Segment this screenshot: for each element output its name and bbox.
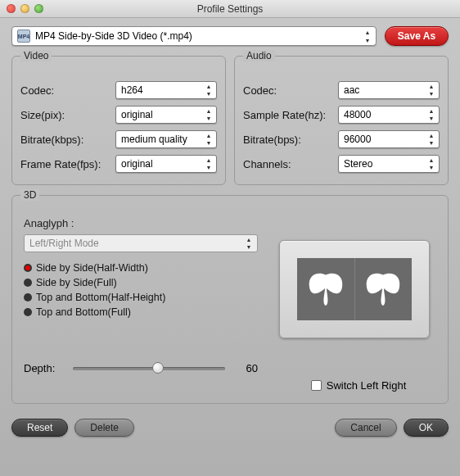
radio-icon bbox=[24, 308, 32, 316]
depth-label: Depth: bbox=[24, 362, 65, 374]
reset-button[interactable]: Reset bbox=[11, 419, 68, 437]
anaglyph-label: Anaglyph : bbox=[24, 217, 258, 229]
stepper-icon[interactable] bbox=[202, 156, 215, 171]
stepper-icon[interactable] bbox=[202, 83, 215, 97]
video-bitrate-label: Bitrate(kbps): bbox=[20, 134, 115, 146]
traffic-lights bbox=[7, 4, 43, 13]
ok-button[interactable]: OK bbox=[404, 419, 449, 437]
minimize-icon[interactable] bbox=[20, 4, 29, 13]
stepper-icon[interactable] bbox=[242, 236, 255, 251]
stepper-icon[interactable] bbox=[425, 107, 438, 122]
radio-sbs-full[interactable]: Side by Side(Full) bbox=[24, 275, 258, 290]
audio-channels-select[interactable]: Stereo bbox=[338, 155, 440, 173]
profile-select-label: MP4 Side-by-Side 3D Video (*.mp4) bbox=[35, 30, 192, 42]
3d-mode-radios: Side by Side(Half-Width) Side by Side(Fu… bbox=[24, 261, 258, 320]
profile-select[interactable]: MP4 MP4 Side-by-Side 3D Video (*.mp4) bbox=[11, 26, 377, 46]
video-size-select[interactable]: original bbox=[115, 106, 217, 124]
butterfly-preview-icon bbox=[297, 258, 412, 320]
audio-group: Audio Codec: aac Sample Rate(hz): 48000 … bbox=[234, 56, 449, 185]
radio-icon bbox=[24, 264, 32, 272]
radio-tab-half[interactable]: Top and Bottom(Half-Height) bbox=[24, 290, 258, 305]
titlebar: Profile Settings bbox=[0, 0, 460, 18]
audio-samplerate-label: Sample Rate(hz): bbox=[243, 109, 338, 121]
video-framerate-select[interactable]: original bbox=[115, 155, 217, 173]
cancel-button[interactable]: Cancel bbox=[335, 419, 396, 437]
radio-sbs-half[interactable]: Side by Side(Half-Width) bbox=[24, 261, 258, 275]
video-codec-label: Codec: bbox=[20, 84, 115, 97]
anaglyph-mode-select[interactable]: Left/Right Mode bbox=[24, 234, 258, 252]
switch-lr-checkbox[interactable] bbox=[311, 380, 322, 391]
slider-track bbox=[73, 367, 225, 370]
3d-group-title: 3D bbox=[20, 189, 39, 201]
depth-value: 60 bbox=[233, 362, 258, 374]
butterfly-icon bbox=[305, 269, 346, 310]
stepper-icon[interactable] bbox=[425, 156, 438, 171]
stepper-icon[interactable] bbox=[425, 132, 438, 147]
video-bitrate-select[interactable]: medium quality bbox=[115, 130, 217, 148]
audio-bitrate-select[interactable]: 96000 bbox=[338, 130, 440, 148]
audio-codec-label: Codec: bbox=[243, 84, 338, 97]
depth-slider[interactable] bbox=[73, 360, 225, 375]
butterfly-icon bbox=[363, 269, 404, 310]
video-codec-select[interactable]: h264 bbox=[115, 81, 217, 99]
audio-bitrate-label: Bitrate(bps): bbox=[243, 134, 338, 146]
mp4-file-icon: MP4 bbox=[17, 29, 30, 43]
save-as-button[interactable]: Save As bbox=[385, 26, 449, 46]
stepper-icon[interactable] bbox=[202, 132, 215, 147]
stepper-icon[interactable] bbox=[361, 28, 374, 44]
radio-icon bbox=[24, 279, 32, 287]
close-icon[interactable] bbox=[7, 4, 16, 13]
stepper-icon[interactable] bbox=[425, 83, 438, 97]
radio-tab-full[interactable]: Top and Bottom(Full) bbox=[24, 305, 258, 320]
audio-samplerate-select[interactable]: 48000 bbox=[338, 106, 440, 124]
3d-group: 3D Anaglyph : Left/Right Mode Side by Si… bbox=[11, 195, 449, 404]
3d-preview bbox=[279, 240, 430, 338]
switch-lr-label: Switch Left Right bbox=[327, 379, 407, 392]
window-title: Profile Settings bbox=[0, 3, 460, 15]
video-group-title: Video bbox=[20, 50, 52, 61]
video-framerate-label: Frame Rate(fps): bbox=[20, 158, 115, 170]
zoom-icon[interactable] bbox=[34, 4, 43, 13]
radio-icon bbox=[24, 293, 32, 301]
audio-codec-select[interactable]: aac bbox=[338, 81, 440, 99]
slider-thumb[interactable] bbox=[152, 362, 164, 374]
video-group: Video Codec: h264 Size(pix): original Bi… bbox=[11, 56, 226, 185]
video-size-label: Size(pix): bbox=[20, 109, 115, 121]
delete-button[interactable]: Delete bbox=[74, 419, 134, 437]
audio-channels-label: Channels: bbox=[243, 158, 338, 170]
audio-group-title: Audio bbox=[243, 50, 275, 61]
stepper-icon[interactable] bbox=[202, 107, 215, 122]
